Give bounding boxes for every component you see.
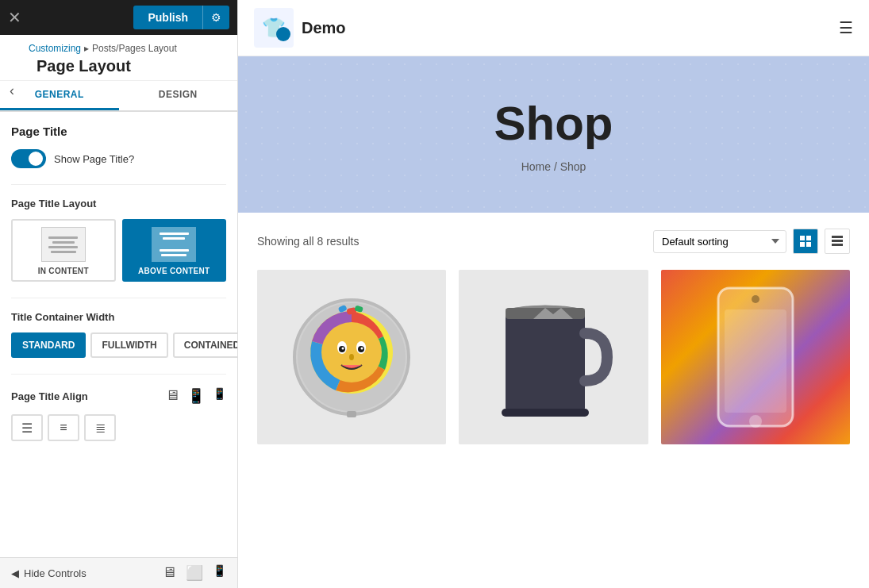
page-title-align-heading: Page Title Align	[11, 390, 88, 402]
chevron-left-icon: ◀	[11, 567, 19, 579]
cw-contained-button[interactable]: CONTAINED	[173, 332, 238, 358]
mug-container	[459, 270, 648, 444]
container-width-options: STANDARD FULLWIDTH CONTAINED	[11, 332, 226, 358]
left-panel: ✕ Publish ⚙ ‹ Customizing ▸ Posts/Pages …	[0, 0, 238, 588]
publish-settings-button[interactable]: ⚙	[202, 6, 229, 29]
close-button[interactable]: ✕	[8, 10, 21, 25]
breadcrumb: Customizing ▸ Posts/Pages Layout	[29, 43, 226, 54]
page-layout-title: Page Layout	[29, 57, 226, 75]
title-container-width-heading: Title Container Width	[11, 311, 226, 323]
products-grid	[257, 270, 850, 444]
tab-design[interactable]: DESIGN	[119, 81, 238, 110]
bottom-device-icons: 🖥 ⬜ 📱	[162, 564, 226, 582]
logo-icon: 👕	[254, 8, 294, 48]
breadcrumb-current: Shop	[560, 160, 586, 173]
svg-point-27	[752, 295, 759, 303]
shop-content: Showing all 8 results Default sorting So…	[238, 213, 869, 460]
svg-rect-1	[806, 236, 811, 240]
svg-rect-6	[832, 244, 843, 246]
desktop-icon[interactable]: 🖥	[165, 387, 179, 405]
hero-breadcrumb: Home / Shop	[254, 160, 853, 173]
bottom-tablet-icon[interactable]: ⬜	[186, 564, 203, 582]
product-card-1[interactable]	[257, 270, 446, 444]
bottom-bar: ◀ Hide Controls 🖥 ⬜ 📱	[0, 557, 237, 588]
svg-rect-25	[502, 409, 589, 417]
svg-rect-2	[800, 242, 805, 247]
show-page-title-toggle[interactable]	[11, 149, 46, 168]
show-page-title-label: Show Page Title?	[54, 153, 134, 165]
breadcrumb-section: ‹ Customizing ▸ Posts/Pages Layout Page …	[0, 35, 237, 81]
product-image-1	[257, 270, 446, 444]
svg-point-10	[321, 322, 382, 382]
panel-content: Page Title Show Page Title? Page Title L…	[0, 112, 237, 557]
svg-rect-4	[832, 236, 843, 238]
svg-point-29	[749, 415, 762, 428]
back-button[interactable]: ‹	[6, 79, 17, 102]
hide-controls-button[interactable]: ◀ Hide Controls	[11, 567, 87, 579]
tabs-row: GENERAL DESIGN	[0, 81, 237, 112]
preview-header: 👕 Demo ☰	[238, 0, 869, 56]
publish-button[interactable]: Publish	[133, 6, 202, 29]
mobile-icon[interactable]: 📱	[213, 387, 226, 405]
align-right-button[interactable]: ≣	[84, 414, 116, 441]
preview-logo: 👕 Demo	[254, 8, 346, 48]
page-title-layout-heading: Page Title Layout	[11, 198, 226, 209]
breadcrumb-home-link[interactable]: Home	[521, 160, 551, 173]
layout-option-above-content[interactable]: ABOVE CONTENT	[122, 219, 227, 282]
bottom-mobile-icon[interactable]: 📱	[213, 564, 226, 582]
align-left-button[interactable]: ☰	[11, 414, 43, 441]
breadcrumb-customizing[interactable]: Customizing	[29, 43, 81, 54]
product-image-2	[459, 270, 648, 444]
shop-title: Shop	[254, 96, 853, 151]
view-grid-button[interactable]	[793, 229, 818, 254]
view-list-button[interactable]	[825, 229, 850, 254]
layout-label-above-content: ABOVE CONTENT	[138, 267, 210, 275]
site-name: Demo	[302, 19, 346, 37]
divider-1	[11, 184, 226, 185]
divider-2	[11, 298, 226, 298]
product-image-3	[661, 270, 850, 444]
product-card-2[interactable]	[459, 270, 648, 444]
top-bar: ✕ Publish ⚙	[0, 0, 237, 35]
svg-rect-5	[832, 240, 843, 242]
svg-point-16	[361, 348, 363, 350]
align-center-button[interactable]: ≡	[48, 414, 79, 441]
publish-group: Publish ⚙	[133, 6, 229, 29]
results-text: Showing all 8 results	[257, 235, 359, 248]
right-preview: 👕 Demo ☰ Shop Home / Shop Showing all 8 …	[238, 0, 869, 588]
svg-rect-3	[806, 242, 811, 247]
menu-icon[interactable]: ☰	[839, 18, 853, 37]
layout-option-in-content[interactable]: IN CONTENT	[11, 219, 116, 282]
phone-case-bg	[661, 270, 850, 444]
svg-point-17	[349, 354, 354, 360]
cw-fullwidth-button[interactable]: FULLWIDTH	[90, 332, 167, 358]
tablet-icon[interactable]: 📱	[187, 387, 205, 405]
sort-group: Default sorting Sort by popularity Sort …	[653, 229, 850, 254]
bottom-desktop-icon[interactable]: 🖥	[162, 564, 176, 582]
cw-standard-button[interactable]: STANDARD	[11, 332, 86, 358]
align-options: ☰ ≡ ≣	[11, 414, 226, 441]
page-title-section-heading: Page Title	[11, 125, 226, 138]
svg-rect-0	[800, 236, 805, 240]
shop-toolbar: Showing all 8 results Default sorting So…	[257, 229, 850, 254]
hero-banner: Shop Home / Shop	[238, 56, 869, 213]
page-title-align-row: Page Title Align 🖥 📱 📱	[11, 387, 226, 405]
show-page-title-row: Show Page Title?	[11, 149, 226, 168]
hide-controls-label: Hide Controls	[24, 567, 87, 579]
sort-select[interactable]: Default sorting Sort by popularity Sort …	[653, 230, 786, 253]
svg-rect-22	[347, 411, 356, 417]
divider-3	[11, 374, 226, 375]
svg-point-15	[342, 348, 344, 350]
svg-rect-23	[506, 309, 585, 413]
layout-options: IN CONTENT ABOVE CONTENT	[11, 219, 226, 282]
tab-general[interactable]: GENERAL	[0, 81, 119, 110]
layout-icon-above-content	[152, 227, 196, 262]
badge-container	[257, 270, 446, 444]
breadcrumb-section: Posts/Pages Layout	[92, 43, 177, 54]
product-card-3[interactable]	[661, 270, 850, 444]
device-icons: 🖥 📱 📱	[165, 387, 226, 405]
layout-label-in-content: IN CONTENT	[38, 267, 89, 275]
logo-blob	[276, 27, 290, 41]
breadcrumb-sep: /	[554, 160, 560, 173]
layout-icon-in-content	[41, 227, 86, 262]
